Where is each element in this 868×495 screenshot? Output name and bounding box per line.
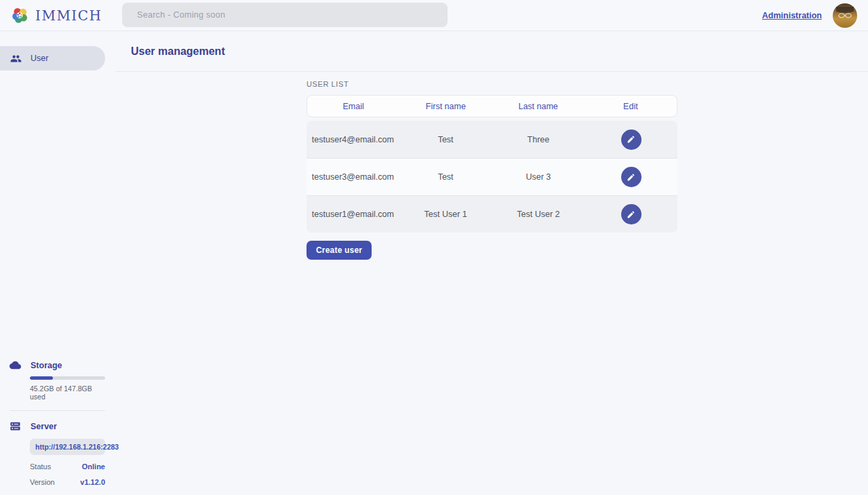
pencil-icon: [627, 173, 635, 182]
pencil-icon: [627, 135, 635, 144]
server-section-header: Server: [9, 420, 105, 432]
storage-progress-fill: [30, 376, 53, 380]
cell-first-name: Test: [399, 135, 492, 144]
storage-usage-text: 45.2GB of 147.8GB used: [30, 384, 105, 401]
immich-admin-page: IMMICH Administration: [0, 0, 868, 495]
cell-last-name: User 3: [492, 172, 585, 182]
navbar-right: Administration: [762, 3, 857, 28]
edit-user-button[interactable]: [621, 130, 642, 150]
pencil-icon: [627, 210, 635, 219]
main-area: User management USER LIST Email First na…: [116, 31, 868, 495]
server-title: Server: [31, 422, 57, 431]
user-table: testuser4@email.com Test Three: [307, 121, 677, 233]
server-url-badge: http://192.168.1.216:2283: [30, 439, 105, 455]
status-label: Status: [30, 462, 51, 471]
storage-title: Storage: [31, 361, 62, 370]
top-navbar: IMMICH Administration: [0, 0, 868, 31]
table-header-row: Email First name Last name Edit: [307, 95, 677, 117]
sidebar-divider: [9, 410, 105, 411]
search-bar: [122, 3, 448, 27]
cell-email: testuser1@email.com: [307, 210, 399, 219]
column-header-first-name: First name: [399, 102, 492, 111]
table-row: testuser3@email.com Test User 3: [307, 158, 677, 195]
cell-email: testuser4@email.com: [307, 135, 399, 144]
cell-last-name: Test User 2: [492, 210, 585, 219]
sidebar-footer: Storage 45.2GB of 147.8GB used: [9, 359, 105, 486]
sidebar-item-user-label: User: [31, 54, 48, 63]
server-status-row: Status Online: [30, 462, 105, 471]
table-row: testuser1@email.com Test User 1 Test Use…: [307, 195, 677, 233]
page-title: User management: [131, 45, 225, 58]
brand[interactable]: IMMICH: [11, 6, 102, 24]
administration-link[interactable]: Administration: [762, 11, 822, 20]
edit-user-button[interactable]: [621, 167, 642, 187]
create-user-button[interactable]: Create user: [307, 241, 372, 260]
sidebar-item-user[interactable]: User: [0, 46, 105, 71]
users-group-icon: [10, 53, 22, 64]
user-list-section: USER LIST Email First name Last name Edi…: [307, 72, 677, 260]
cloud-icon: [9, 359, 21, 371]
version-value: v1.12.0: [80, 478, 105, 486]
server-version-row: Version v1.12.0: [30, 478, 105, 486]
table-row: testuser4@email.com Test Three: [307, 121, 677, 158]
edit-user-button[interactable]: [621, 204, 642, 224]
column-header-email: Email: [307, 102, 399, 111]
search-input[interactable]: [122, 3, 448, 27]
server-icon: [9, 420, 21, 432]
version-label: Version: [30, 478, 55, 486]
cell-email: testuser3@email.com: [307, 172, 399, 182]
cell-first-name: Test: [399, 172, 492, 182]
avatar-glasses-graphic: [836, 7, 854, 24]
brand-wordmark: IMMICH: [35, 7, 102, 24]
cell-first-name: Test User 1: [399, 210, 492, 219]
sidebar: User Storage 45.2GB of 147.8GB used: [0, 31, 116, 495]
user-avatar[interactable]: [833, 3, 857, 28]
status-value: Online: [82, 462, 105, 471]
column-header-last-name: Last name: [492, 102, 585, 111]
storage-progress-bar: [30, 376, 105, 380]
column-header-edit: Edit: [585, 102, 677, 111]
cell-last-name: Three: [492, 135, 585, 144]
immich-logo-icon: [11, 6, 29, 24]
user-list-label: USER LIST: [307, 80, 677, 88]
page-header: User management: [116, 31, 868, 72]
storage-section-header: Storage: [9, 359, 105, 371]
